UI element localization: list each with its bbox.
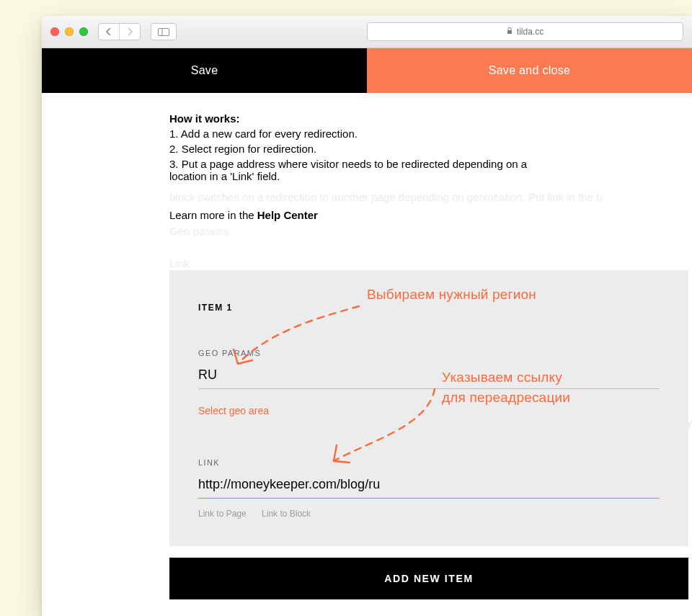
browser-window: tilda.cc Save Save and close block switc… xyxy=(42,16,692,616)
zoom-window-button[interactable] xyxy=(79,27,88,36)
link-to-block[interactable]: Link to Block xyxy=(262,509,311,519)
nav-back-button[interactable] xyxy=(99,24,119,40)
svg-rect-2 xyxy=(507,30,512,34)
redirect-item-card: ITEM 1 GEO PARAMS Select geo area LINK L… xyxy=(169,270,688,546)
how-step-3: 3. Put a page address where visitor need… xyxy=(169,158,561,182)
address-bar-domain: tilda.cc xyxy=(517,27,544,37)
learn-more: Learn more in the Help Center xyxy=(169,209,561,221)
help-center-link[interactable]: Help Center xyxy=(257,209,318,221)
minimize-window-button[interactable] xyxy=(65,27,74,36)
how-it-works: How it works: 1. Add a new card for ever… xyxy=(42,93,561,221)
window-titlebar: tilda.cc xyxy=(42,16,692,48)
sidebar-toggle-button[interactable] xyxy=(151,23,177,40)
item-title: ITEM 1 xyxy=(198,303,660,313)
save-button[interactable]: Save xyxy=(42,48,367,93)
how-step-1: 1. Add a new card for every redirection. xyxy=(169,128,561,140)
add-new-item-button[interactable]: ADD NEW ITEM xyxy=(169,558,688,599)
page: Save Save and close block switches on a … xyxy=(42,48,692,616)
lock-icon xyxy=(507,27,513,36)
ghost-text: Geo params xyxy=(169,225,229,237)
geo-params-input[interactable] xyxy=(198,367,660,389)
address-bar[interactable]: tilda.cc xyxy=(367,22,683,41)
close-window-button[interactable] xyxy=(50,27,59,36)
nav-back-forward-group xyxy=(98,23,141,40)
nav-forward-button[interactable] xyxy=(119,24,140,40)
link-to-page[interactable]: Link to Page xyxy=(198,509,247,519)
editor-topbar: Save Save and close xyxy=(42,48,692,93)
how-title: How it works: xyxy=(169,112,240,125)
how-step-2: 2. Select region for redirection. xyxy=(169,143,561,155)
window-traffic-lights xyxy=(50,27,88,36)
svg-rect-0 xyxy=(159,28,169,35)
link-label: LINK xyxy=(198,458,660,467)
select-geo-area-link[interactable]: Select geo area xyxy=(198,405,269,416)
learn-more-prefix: Learn more in the xyxy=(169,209,257,221)
geo-params-label: GEO PARAMS xyxy=(198,349,660,357)
link-helpers: Link to Page Link to Block xyxy=(198,509,660,519)
save-and-close-button[interactable]: Save and close xyxy=(367,48,692,93)
ghost-text: Link xyxy=(169,257,190,269)
link-input[interactable] xyxy=(198,477,660,499)
